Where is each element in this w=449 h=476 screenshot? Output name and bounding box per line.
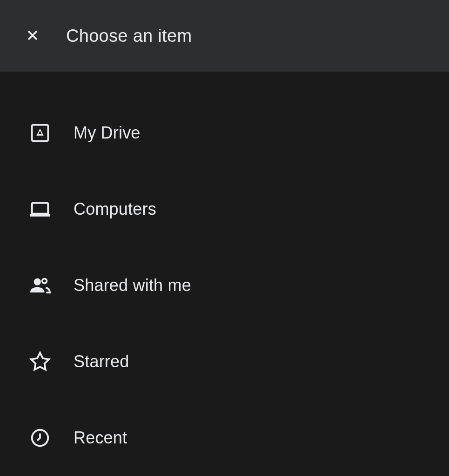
list-item-label: Starred <box>74 352 129 371</box>
list-item-computers[interactable]: Computers <box>0 171 449 247</box>
list-item-label: Shared with me <box>74 276 191 295</box>
close-button[interactable] <box>23 26 42 45</box>
list-item-my-drive[interactable]: My Drive <box>0 95 449 171</box>
header-title: Choose an item <box>66 26 192 46</box>
list-item-recent[interactable]: Recent <box>0 400 449 476</box>
content-list: My Drive Computers Shared with me <box>0 72 449 476</box>
close-icon <box>24 27 41 45</box>
list-item-label: My Drive <box>74 123 141 143</box>
list-item-shared-with-me[interactable]: Shared with me <box>0 247 449 324</box>
starred-icon <box>29 350 51 373</box>
list-item-label: Recent <box>74 428 127 448</box>
list-item-starred[interactable]: Starred <box>0 324 449 400</box>
svg-rect-1 <box>32 203 48 214</box>
svg-point-2 <box>34 278 41 285</box>
header: Choose an item <box>0 0 449 72</box>
recent-icon <box>29 427 51 449</box>
drive-icon <box>29 122 51 144</box>
svg-point-3 <box>42 279 47 284</box>
computers-icon <box>29 198 51 220</box>
shared-icon <box>29 274 51 297</box>
list-item-label: Computers <box>74 199 156 219</box>
